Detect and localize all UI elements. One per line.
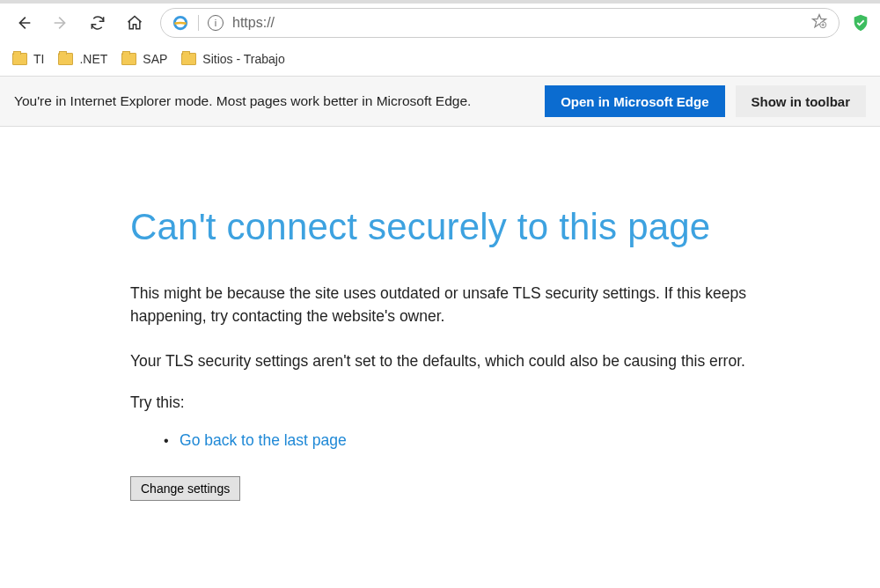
folder-icon	[121, 53, 136, 65]
bookmarks-bar: TI .NET SAP Sitios - Trabajo	[0, 42, 880, 76]
home-button[interactable]	[120, 8, 150, 38]
ie-mode-notification: You're in Internet Explorer mode. Most p…	[0, 76, 880, 127]
bookmark-label: TI	[33, 52, 44, 66]
bookmark-dotnet[interactable]: .NET	[58, 52, 107, 66]
reload-button[interactable]	[83, 8, 113, 38]
error-title: Can't connect securely to this page	[130, 206, 774, 248]
url-input[interactable]	[232, 15, 802, 31]
divider	[198, 15, 199, 31]
forward-button[interactable]	[46, 8, 76, 38]
back-button[interactable]	[9, 8, 39, 38]
ie-mode-icon	[172, 14, 189, 32]
bookmark-label: SAP	[143, 52, 167, 66]
change-settings-button[interactable]: Change settings	[130, 476, 240, 501]
try-this-label: Try this:	[130, 393, 774, 412]
site-info-icon[interactable]: i	[208, 15, 224, 31]
folder-icon	[12, 53, 27, 65]
list-item: Go back to the last page	[164, 431, 774, 450]
open-edge-button[interactable]: Open in Microsoft Edge	[545, 85, 724, 117]
address-bar[interactable]: i	[160, 8, 840, 38]
bookmark-label: .NET	[79, 52, 107, 66]
error-description-2: Your TLS security settings aren't set to…	[130, 349, 774, 372]
go-back-link[interactable]: Go back to the last page	[180, 431, 347, 449]
folder-icon	[58, 53, 73, 65]
folder-icon	[181, 53, 196, 65]
bookmark-label: Sitios - Trabajo	[202, 52, 284, 66]
bookmark-sitios-trabajo[interactable]: Sitios - Trabajo	[181, 52, 284, 66]
error-page: Can't connect securely to this page This…	[0, 127, 774, 501]
error-description-1: This might be because the site uses outd…	[130, 282, 774, 328]
shield-icon[interactable]	[850, 13, 871, 33]
favorite-button[interactable]	[810, 12, 828, 33]
show-toolbar-button[interactable]: Show in toolbar	[736, 85, 867, 117]
browser-toolbar: i	[0, 0, 880, 42]
notification-message: You're in Internet Explorer mode. Most p…	[14, 93, 534, 109]
bookmark-ti[interactable]: TI	[12, 52, 44, 66]
bookmark-sap[interactable]: SAP	[121, 52, 167, 66]
